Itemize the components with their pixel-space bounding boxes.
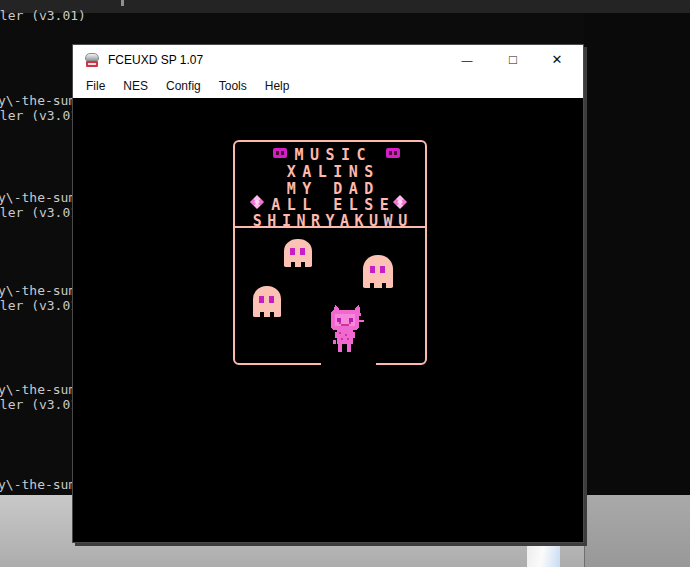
menu-item-tools[interactable]: Tools [210, 76, 256, 96]
game-screen[interactable]: MUSIC XALINS MY DAD ALL ELSE SHINRYAKUWU [73, 98, 583, 542]
border-gap [321, 359, 376, 366]
ghost-sprite [253, 286, 281, 317]
desktop-area-bottom-right [584, 495, 690, 567]
credit-line-xalins: XALINS [235, 163, 425, 181]
close-button[interactable]: ✕ [541, 45, 573, 74]
minimize-button[interactable]: — [451, 45, 483, 74]
menubar: File NES Config Tools Help [73, 74, 583, 98]
fceuxd-app-icon [84, 52, 100, 68]
titlebar[interactable]: FCEUXD SP 1.07 — □ ✕ [73, 45, 583, 74]
terminal-text-line: y\-the-sum [0, 382, 76, 397]
background-window-fragment [527, 546, 560, 567]
terminal-area-right [584, 13, 690, 495]
credit-line-shinryakuwu: SHINRYAKUWU [235, 212, 425, 230]
flower-icon [250, 195, 264, 209]
menu-item-file[interactable]: File [77, 76, 114, 96]
menu-item-nes[interactable]: NES [114, 76, 157, 96]
window-title: FCEUXD SP 1.07 [108, 53, 203, 67]
cat-sprite [327, 304, 367, 352]
music-badge-icon [386, 148, 400, 158]
terminal-text-line: y\-the-sum [0, 190, 76, 205]
music-badge-icon [273, 148, 287, 158]
terminal-text-line: y\-the-sum [0, 477, 76, 492]
terminal-text-line: y\-the-sum [0, 93, 76, 108]
menu-item-help[interactable]: Help [256, 76, 299, 96]
maximize-button[interactable]: □ [497, 45, 529, 74]
terminal-titlebar-tick [121, 0, 124, 6]
screen: pler (v3.01) y\-the-sum pler (v3.01) y\-… [0, 0, 690, 567]
fceuxd-window: FCEUXD SP 1.07 — □ ✕ File NES Config Too… [72, 44, 584, 543]
flower-icon [393, 195, 407, 209]
terminal-titlebar [0, 0, 690, 13]
ghost-sprite [363, 255, 393, 288]
terminal-text-line: y\-the-sum [0, 283, 76, 298]
ghost-sprite [284, 239, 312, 267]
terminal-text-line: pler (v3.01) [0, 8, 86, 23]
menu-item-config[interactable]: Config [157, 76, 210, 96]
window-controls: — □ ✕ [451, 45, 583, 74]
